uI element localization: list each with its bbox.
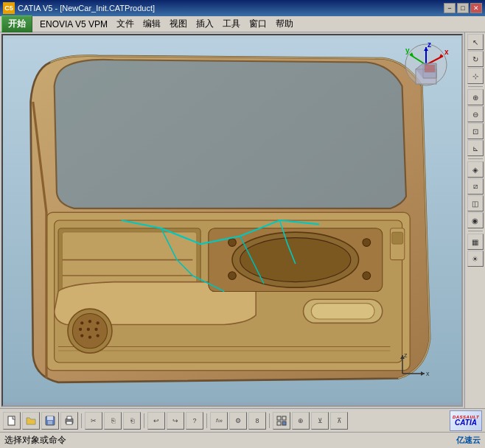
svg-text:y: y [405, 46, 410, 55]
svg-rect-53 [282, 416, 286, 420]
svg-marker-40 [421, 371, 425, 376]
macro-button[interactable]: ⚙ [229, 412, 247, 430]
svg-rect-13 [392, 232, 403, 244]
select-tool-button[interactable]: ↖ [467, 34, 484, 50]
coord-indicator: x z [395, 351, 432, 383]
title-bar: C5 CATIA V5 - [NewCar_Init.CATProduct] −… [0, 0, 485, 16]
menu-enovia[interactable]: ENOVIA V5 VPM [35, 18, 112, 31]
formula-button[interactable]: f₀₉ [210, 412, 228, 430]
watermark-text: 亿速云 [456, 435, 481, 446]
measure-button[interactable]: ⊻ [311, 412, 329, 430]
redo-button[interactable]: ↪ [167, 412, 184, 430]
cut-button[interactable]: ✂ [85, 412, 102, 430]
svg-point-26 [97, 334, 100, 337]
num8-button[interactable]: 8 [248, 412, 266, 430]
bottom-toolbar: ✂ ⎘ ⎗ ↩ ↪ ? f₀₉ ⚙ 8 ⊕ ⊻ ⊼ DASSAULT CATIA [0, 408, 485, 432]
zoom-out-button[interactable]: ⊖ [467, 106, 484, 122]
shading-button[interactable]: ◈ [467, 161, 484, 178]
snap-button[interactable]: ⊕ [292, 412, 310, 430]
open-file-button[interactable] [22, 412, 40, 430]
menu-file[interactable]: 文件 [112, 16, 139, 32]
svg-point-11 [363, 272, 371, 280]
svg-point-17 [72, 314, 107, 349]
edge-button[interactable]: ◫ [467, 195, 484, 211]
svg-rect-38 [425, 65, 435, 72]
toolbar-sep-2 [468, 158, 483, 159]
menu-tools[interactable]: 工具 [218, 16, 245, 32]
help-button[interactable]: ? [186, 412, 203, 430]
maximize-button[interactable]: □ [457, 3, 469, 13]
normal-view-button[interactable]: ⊾ [467, 140, 484, 156]
status-bar: 选择对象或命令 亿速云 [0, 432, 485, 448]
save-button[interactable] [41, 412, 59, 430]
svg-text:z: z [404, 351, 408, 359]
bottom-sep-2 [144, 413, 144, 428]
svg-text:x: x [426, 370, 430, 377]
app-icon: C5 [3, 2, 15, 14]
svg-rect-50 [67, 416, 71, 419]
bottom-sep-3 [206, 413, 207, 428]
svg-point-23 [94, 328, 97, 331]
close-button[interactable]: ✕ [470, 3, 482, 13]
main-container: x y z x [0, 32, 485, 408]
window-controls: − □ ✕ [444, 3, 482, 13]
menu-view[interactable]: 视图 [165, 16, 192, 32]
grid-button[interactable] [273, 412, 290, 430]
svg-rect-54 [277, 421, 281, 425]
svg-point-22 [87, 328, 90, 331]
window-title: CATIA V5 - [NewCar_Init.CATProduct] [18, 4, 444, 13]
svg-rect-55 [282, 421, 286, 425]
svg-point-20 [97, 321, 100, 324]
wireframe-button[interactable]: ⧄ [467, 178, 484, 195]
menu-window[interactable]: 窗口 [245, 16, 271, 32]
svg-point-24 [80, 334, 83, 337]
svg-rect-47 [47, 416, 53, 420]
light-button[interactable]: ☀ [467, 251, 484, 267]
toolbar-sep-3 [468, 231, 483, 231]
svg-rect-51 [66, 421, 72, 424]
svg-point-19 [88, 320, 91, 323]
svg-rect-48 [48, 421, 52, 424]
toolbar-sep-1 [468, 86, 483, 87]
catia-logo-area: DASSAULT CATIA [450, 410, 482, 431]
undo-button[interactable]: ↩ [147, 412, 165, 430]
scene-button[interactable]: ▦ [467, 234, 484, 250]
menu-help[interactable]: 帮助 [271, 16, 298, 32]
menu-bar: 开始 ENOVIA V5 VPM 文件 编辑 视图 插入 工具 窗口 帮助 [0, 16, 485, 32]
material-button[interactable]: ◉ [467, 212, 484, 228]
param-button[interactable]: ⊼ [330, 412, 348, 430]
svg-point-25 [88, 336, 91, 339]
menu-insert[interactable]: 插入 [192, 16, 218, 32]
minimize-button[interactable]: − [444, 3, 456, 13]
car-door-model [3, 35, 461, 405]
svg-point-10 [363, 239, 371, 247]
new-file-button[interactable] [3, 412, 21, 430]
compass-widget: x y z [402, 41, 450, 91]
pan-tool-button[interactable]: ⊹ [467, 68, 484, 84]
svg-text:z: z [428, 41, 431, 49]
viewport-3d[interactable]: x y z x [1, 34, 463, 407]
status-text: 选择对象或命令 [4, 434, 456, 447]
copy-button[interactable]: ⎘ [104, 412, 122, 430]
menu-edit[interactable]: 编辑 [139, 16, 165, 32]
bottom-sep-1 [81, 413, 82, 428]
fit-all-button[interactable]: ⊡ [467, 123, 484, 139]
svg-point-9 [228, 272, 237, 280]
zoom-in-button[interactable]: ⊕ [467, 89, 484, 105]
menu-start[interactable]: 开始 [1, 15, 32, 32]
bottom-sep-4 [269, 413, 270, 428]
paste-button[interactable]: ⎗ [123, 412, 141, 430]
svg-point-18 [80, 321, 83, 324]
svg-point-7 [240, 238, 351, 282]
svg-rect-15 [311, 304, 374, 319]
svg-point-21 [79, 328, 82, 331]
right-toolbar: ↖ ↻ ⊹ ⊕ ⊖ ⊡ ⊾ ◈ ⧄ ◫ ◉ ▦ ☀ [464, 32, 485, 408]
print-button[interactable] [60, 412, 78, 430]
svg-rect-52 [277, 416, 281, 420]
catia-home-button[interactable]: DASSAULT CATIA [450, 410, 482, 431]
svg-point-8 [228, 239, 237, 247]
svg-text:x: x [444, 48, 449, 56]
rotate-tool-button[interactable]: ↻ [467, 51, 484, 67]
